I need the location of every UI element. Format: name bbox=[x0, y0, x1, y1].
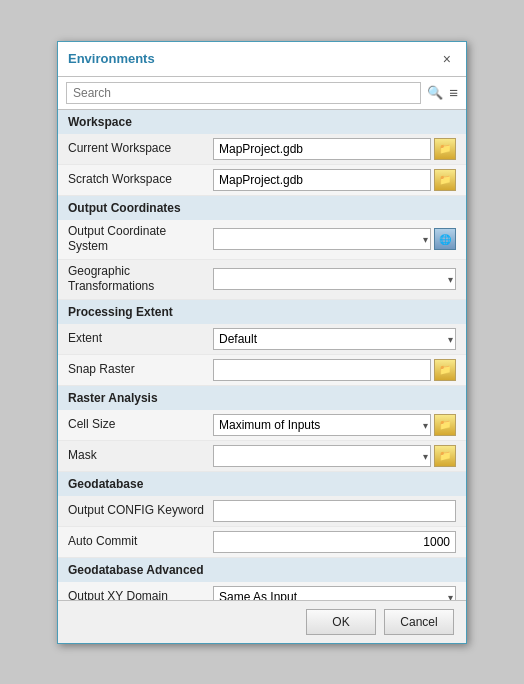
select-wrapper-mask: ▾ bbox=[213, 445, 431, 467]
control-output-coordinate-system: ▾ 🌐 bbox=[213, 228, 456, 250]
icon-btn-mask[interactable]: 📁 bbox=[434, 445, 456, 467]
control-geographic-transformations: ▾ bbox=[213, 268, 456, 290]
label-current-workspace: Current Workspace bbox=[68, 141, 213, 157]
control-output-config-keyword bbox=[213, 500, 456, 522]
control-scratch-workspace: 📁 bbox=[213, 169, 456, 191]
control-mask: ▾ 📁 bbox=[213, 445, 456, 467]
select-cell-size[interactable]: Maximum of Inputs bbox=[213, 414, 431, 436]
ok-button[interactable]: OK bbox=[306, 609, 376, 635]
icon-btn-current-workspace[interactable]: 📁 bbox=[434, 138, 456, 160]
control-cell-size: Maximum of Inputs ▾ 📁 bbox=[213, 414, 456, 436]
row-output-xy-domain: Output XY Domain Same As Input ▾ bbox=[58, 582, 466, 600]
menu-icon[interactable]: ≡ bbox=[449, 84, 458, 101]
label-geographic-transformations: Geographic Transformations bbox=[68, 264, 213, 295]
section-geodatabase-advanced: Geodatabase Advanced bbox=[58, 558, 466, 582]
title-bar: Environments × bbox=[58, 42, 466, 77]
control-snap-raster: 📁 bbox=[213, 359, 456, 381]
label-extent: Extent bbox=[68, 331, 213, 347]
close-button[interactable]: × bbox=[438, 50, 456, 68]
input-auto-commit[interactable] bbox=[213, 531, 456, 553]
label-mask: Mask bbox=[68, 448, 213, 464]
search-bar: 🔍 ≡ bbox=[58, 77, 466, 110]
label-snap-raster: Snap Raster bbox=[68, 362, 213, 378]
folder-icon-4: 📁 bbox=[439, 419, 451, 430]
section-processing-extent: Processing Extent bbox=[58, 300, 466, 324]
row-scratch-workspace: Scratch Workspace 📁 bbox=[58, 165, 466, 196]
input-scratch-workspace[interactable] bbox=[213, 169, 431, 191]
select-wrapper-extent: Default ▾ bbox=[213, 328, 456, 350]
label-scratch-workspace: Scratch Workspace bbox=[68, 172, 213, 188]
input-output-config-keyword[interactable] bbox=[213, 500, 456, 522]
section-raster-analysis: Raster Analysis bbox=[58, 386, 466, 410]
folder-icon: 📁 bbox=[439, 143, 451, 154]
control-output-xy-domain: Same As Input ▾ bbox=[213, 586, 456, 600]
row-output-coordinate-system: Output Coordinate System ▾ 🌐 bbox=[58, 220, 466, 260]
icon-btn-scratch-workspace[interactable]: 📁 bbox=[434, 169, 456, 191]
control-auto-commit bbox=[213, 531, 456, 553]
content-area: Workspace Current Workspace 📁 Scratch Wo… bbox=[58, 110, 466, 600]
row-output-config-keyword: Output CONFIG Keyword bbox=[58, 496, 466, 527]
folder-icon-5: 📁 bbox=[439, 450, 451, 461]
dialog-footer: OK Cancel bbox=[58, 600, 466, 643]
input-snap-raster[interactable] bbox=[213, 359, 431, 381]
globe-icon: 🌐 bbox=[439, 234, 451, 245]
control-extent: Default ▾ bbox=[213, 328, 456, 350]
folder-icon-2: 📁 bbox=[439, 174, 451, 185]
row-geographic-transformations: Geographic Transformations ▾ bbox=[58, 260, 466, 300]
section-output-coordinates: Output Coordinates bbox=[58, 196, 466, 220]
row-extent: Extent Default ▾ bbox=[58, 324, 466, 355]
select-wrapper-geo-transform: ▾ bbox=[213, 268, 456, 290]
select-mask[interactable] bbox=[213, 445, 431, 467]
section-geodatabase: Geodatabase bbox=[58, 472, 466, 496]
select-output-xy-domain[interactable]: Same As Input bbox=[213, 586, 456, 600]
globe-btn[interactable]: 🌐 bbox=[434, 228, 456, 250]
search-input[interactable] bbox=[66, 82, 421, 104]
icon-btn-snap-raster[interactable]: 📁 bbox=[434, 359, 456, 381]
cancel-button[interactable]: Cancel bbox=[384, 609, 454, 635]
label-cell-size: Cell Size bbox=[68, 417, 213, 433]
select-wrapper-cell-size: Maximum of Inputs ▾ bbox=[213, 414, 431, 436]
environments-dialog: Environments × 🔍 ≡ Workspace Current Wor… bbox=[57, 41, 467, 644]
label-auto-commit: Auto Commit bbox=[68, 534, 213, 550]
label-output-config-keyword: Output CONFIG Keyword bbox=[68, 503, 213, 519]
select-output-coordinate-system[interactable] bbox=[213, 228, 431, 250]
row-auto-commit: Auto Commit bbox=[58, 527, 466, 558]
folder-icon-3: 📁 bbox=[439, 364, 451, 375]
search-icon: 🔍 bbox=[427, 85, 443, 100]
row-snap-raster: Snap Raster 📁 bbox=[58, 355, 466, 386]
select-extent[interactable]: Default bbox=[213, 328, 456, 350]
select-geographic-transformations[interactable] bbox=[213, 268, 456, 290]
row-mask: Mask ▾ 📁 bbox=[58, 441, 466, 472]
label-output-coordinate-system: Output Coordinate System bbox=[68, 224, 213, 255]
input-current-workspace[interactable] bbox=[213, 138, 431, 160]
row-current-workspace: Current Workspace 📁 bbox=[58, 134, 466, 165]
select-wrapper-coordinate-system: ▾ bbox=[213, 228, 431, 250]
label-output-xy-domain: Output XY Domain bbox=[68, 589, 213, 599]
control-current-workspace: 📁 bbox=[213, 138, 456, 160]
dialog-title: Environments bbox=[68, 51, 155, 66]
section-workspace: Workspace bbox=[58, 110, 466, 134]
select-wrapper-xy-domain: Same As Input ▾ bbox=[213, 586, 456, 600]
row-cell-size: Cell Size Maximum of Inputs ▾ 📁 bbox=[58, 410, 466, 441]
icon-btn-cell-size[interactable]: 📁 bbox=[434, 414, 456, 436]
